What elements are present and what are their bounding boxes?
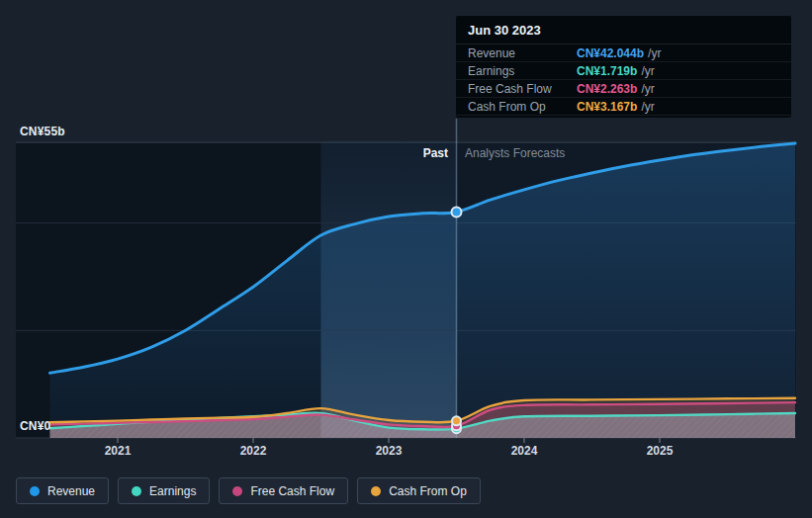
free-cash-flow-dot-icon: [232, 486, 242, 496]
past-zone-label: Past: [0, 146, 448, 160]
analysts-forecasts-zone-label: Analysts Forecasts: [465, 146, 565, 160]
tooltip-suffix: /yr: [641, 100, 654, 114]
tooltip-label: Revenue: [468, 46, 577, 60]
legend-label: Revenue: [47, 484, 95, 498]
earnings-dot-icon: [132, 486, 141, 496]
earnings-revenue-growth-chart: CN¥55b CN¥0 Past Analysts Forecasts 2021…: [0, 0, 812, 518]
x-axis-tick-label: 2023: [354, 444, 423, 458]
tooltip-row-cash-from-op: Cash From Op CN¥3.167b /yr: [456, 98, 791, 116]
x-axis-tick-label: 2022: [219, 444, 288, 458]
legend-item-cash-from-op[interactable]: Cash From Op: [357, 477, 481, 504]
legend-item-free-cash-flow[interactable]: Free Cash Flow: [219, 477, 348, 504]
tooltip-value: CN¥2.263b: [577, 82, 637, 96]
tooltip-suffix: /yr: [641, 64, 654, 78]
tooltip-suffix: /yr: [641, 82, 654, 96]
tooltip-date: Jun 30 2023: [456, 16, 791, 44]
x-axis-tick-label: 2021: [83, 444, 152, 458]
tooltip-suffix: /yr: [648, 46, 661, 60]
cash-from-op-dot-icon: [371, 486, 381, 496]
tooltip-row-revenue: Revenue CN¥42.044b /yr: [456, 44, 791, 62]
x-axis-tick-label: 2025: [625, 444, 694, 458]
tooltip-value: CN¥3.167b: [577, 100, 637, 114]
tooltip-value: CN¥42.044b: [577, 46, 644, 60]
legend-item-earnings[interactable]: Earnings: [118, 477, 210, 504]
x-axis-tick-label: 2024: [490, 444, 559, 458]
tooltip-label: Earnings: [468, 64, 577, 78]
legend-label: Earnings: [149, 484, 196, 498]
y-axis-zero-label: CN¥0: [20, 419, 50, 433]
chart-legend: Revenue Earnings Free Cash Flow Cash Fro…: [16, 477, 481, 504]
revenue-dot-icon: [30, 486, 40, 496]
tooltip-label: Cash From Op: [468, 100, 577, 114]
legend-label: Free Cash Flow: [250, 484, 334, 498]
legend-item-revenue[interactable]: Revenue: [16, 477, 109, 504]
tooltip-row-earnings: Earnings CN¥1.719b /yr: [456, 62, 791, 80]
legend-label: Cash From Op: [389, 484, 467, 498]
tooltip-label: Free Cash Flow: [468, 82, 577, 96]
tooltip-value: CN¥1.719b: [577, 64, 637, 78]
chart-tooltip: Jun 30 2023 Revenue CN¥42.044b /yr Earni…: [456, 16, 791, 118]
tooltip-row-free-cash-flow: Free Cash Flow CN¥2.263b /yr: [456, 80, 791, 98]
y-axis-max-label: CN¥55b: [20, 125, 65, 138]
